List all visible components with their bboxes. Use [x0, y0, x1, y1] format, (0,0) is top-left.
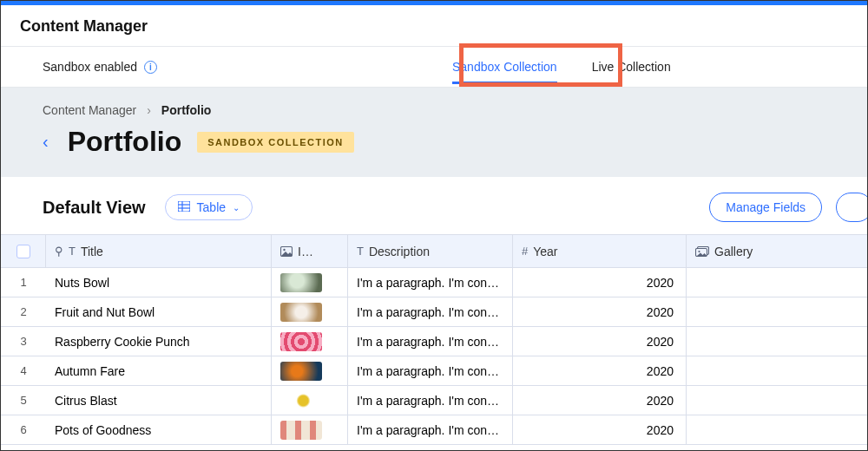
cell-year[interactable]: 2020	[513, 327, 687, 356]
app-title: Content Manager	[1, 5, 867, 46]
select-all-cell[interactable]	[1, 235, 46, 267]
col-gallery-label: Gallery	[714, 245, 753, 258]
cell-year[interactable]: 2020	[513, 297, 687, 326]
cell-description[interactable]: I'm a paragraph. I'm conn…	[348, 356, 513, 385]
table-row[interactable]: 1Nuts BowlI'm a paragraph. I'm conn…2020	[1, 268, 867, 297]
row-number: 3	[1, 327, 46, 356]
row-number: 4	[1, 356, 46, 385]
image-type-icon	[280, 246, 293, 257]
col-gallery[interactable]: Gallery	[687, 235, 868, 267]
select-all-checkbox[interactable]	[16, 245, 30, 258]
cell-title[interactable]: Autumn Fare	[46, 356, 272, 385]
cell-title[interactable]: Fruit and Nut Bowl	[46, 297, 272, 326]
info-icon[interactable]: i	[144, 61, 157, 74]
view-toolbar: Default View Table ⌄ Manage Fields	[1, 177, 867, 234]
text-type-icon: T	[357, 245, 364, 258]
data-grid: ⚲ T Title I… T Description # Year	[1, 234, 867, 445]
cell-year[interactable]: 2020	[513, 415, 687, 444]
view-mode-selector[interactable]: Table ⌄	[165, 194, 253, 220]
table-row[interactable]: 4Autumn FareI'm a paragraph. I'm conn…20…	[1, 356, 867, 386]
number-type-icon: #	[522, 245, 528, 258]
thumbnail-image	[280, 303, 322, 322]
thumbnail-image	[280, 391, 322, 410]
breadcrumb: Content Manager › Portfolio	[43, 103, 825, 117]
cell-description[interactable]: I'm a paragraph. I'm conn…	[348, 327, 513, 356]
page-header-area: Content Manager › Portfolio ‹ Portfolio …	[1, 88, 867, 177]
sub-header: Sandbox enabled i Sandbox Collection Liv…	[1, 46, 867, 88]
thumbnail-image	[280, 332, 322, 351]
table-row[interactable]: 3Raspberry Cookie PunchI'm a paragraph. …	[1, 327, 867, 356]
cell-gallery[interactable]	[687, 386, 868, 415]
col-image[interactable]: I…	[272, 235, 348, 267]
cell-year[interactable]: 2020	[513, 268, 687, 297]
svg-point-5	[283, 248, 285, 250]
svg-point-8	[698, 250, 700, 252]
cell-image[interactable]	[272, 356, 348, 385]
cell-title[interactable]: Pots of Goodness	[46, 415, 272, 444]
back-button[interactable]: ‹	[39, 128, 52, 155]
cell-description[interactable]: I'm a paragraph. I'm conn…	[348, 386, 513, 415]
cell-image[interactable]	[272, 386, 348, 415]
pin-icon: ⚲	[55, 245, 63, 258]
cell-image[interactable]	[272, 415, 348, 444]
col-description-label: Description	[369, 245, 430, 258]
thumbnail-image	[280, 362, 322, 381]
table-icon	[178, 200, 190, 214]
thumbnail-image	[280, 273, 322, 292]
manage-fields-button[interactable]: Manage Fields	[709, 193, 822, 222]
tab-live-collection[interactable]: Live Collection	[592, 49, 671, 84]
cell-year[interactable]: 2020	[513, 356, 687, 385]
cell-year[interactable]: 2020	[513, 386, 687, 415]
cell-title[interactable]: Nuts Bowl	[46, 268, 272, 297]
table-row[interactable]: 5Citrus BlastI'm a paragraph. I'm conn…2…	[1, 386, 867, 415]
breadcrumb-current: Portfolio	[161, 103, 212, 117]
row-number: 5	[1, 386, 46, 415]
row-number: 1	[1, 268, 46, 297]
col-image-label: I…	[298, 245, 313, 258]
col-title-label: Title	[81, 245, 103, 258]
svg-rect-0	[178, 201, 190, 212]
col-year[interactable]: # Year	[513, 235, 687, 267]
cell-image[interactable]	[272, 327, 348, 356]
view-mode-label: Table	[197, 200, 226, 214]
chevron-down-icon: ⌄	[233, 203, 240, 212]
cell-gallery[interactable]	[687, 356, 868, 385]
row-number: 6	[1, 415, 46, 444]
cell-gallery[interactable]	[687, 297, 868, 326]
collection-tabs: Sandbox Collection Live Collection	[452, 49, 671, 84]
cell-gallery[interactable]	[687, 327, 868, 356]
view-name: Default View	[43, 198, 146, 218]
cell-title[interactable]: Citrus Blast	[46, 386, 272, 415]
sandbox-enabled-text: Sandbox enabled	[43, 60, 137, 74]
col-year-label: Year	[533, 245, 557, 258]
breadcrumb-root[interactable]: Content Manager	[43, 103, 136, 117]
col-title[interactable]: ⚲ T Title	[46, 235, 272, 267]
tab-sandbox-collection[interactable]: Sandbox Collection	[452, 49, 557, 84]
sandbox-badge: SANDBOX COLLECTION	[197, 132, 354, 153]
table-row[interactable]: 6Pots of GoodnessI'm a paragraph. I'm co…	[1, 415, 867, 445]
page-title: Portfolio	[68, 126, 182, 158]
text-type-icon: T	[69, 245, 76, 258]
row-number: 2	[1, 297, 46, 326]
gallery-type-icon	[695, 246, 709, 257]
cell-description[interactable]: I'm a paragraph. I'm conn…	[348, 297, 513, 326]
toolbar-extra-button[interactable]	[836, 193, 868, 222]
sandbox-enabled-label: Sandbox enabled i	[43, 60, 157, 74]
cell-gallery[interactable]	[687, 268, 868, 297]
cell-image[interactable]	[272, 268, 348, 297]
cell-description[interactable]: I'm a paragraph. I'm conn…	[348, 268, 513, 297]
col-description[interactable]: T Description	[348, 235, 513, 267]
table-header-row: ⚲ T Title I… T Description # Year	[1, 235, 867, 268]
thumbnail-image	[280, 421, 322, 440]
cell-title[interactable]: Raspberry Cookie Punch	[46, 327, 272, 356]
cell-gallery[interactable]	[687, 415, 868, 444]
table-row[interactable]: 2Fruit and Nut BowlI'm a paragraph. I'm …	[1, 297, 867, 327]
chevron-right-icon: ›	[147, 103, 151, 117]
cell-image[interactable]	[272, 297, 348, 326]
cell-description[interactable]: I'm a paragraph. I'm conn…	[348, 415, 513, 444]
